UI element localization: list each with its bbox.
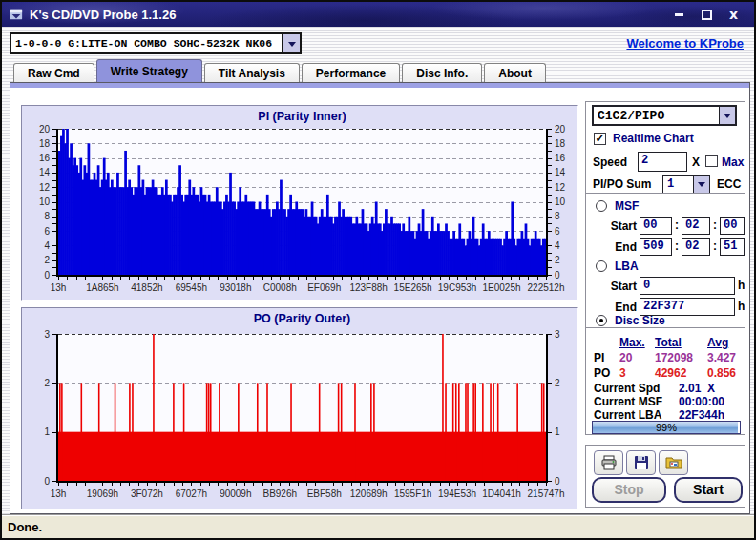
svg-text:2: 2 — [44, 255, 50, 265]
print-button[interactable] — [594, 450, 623, 475]
save-button[interactable] — [626, 450, 656, 475]
svg-text:BB926h: BB926h — [262, 488, 297, 499]
lba-radio[interactable] — [596, 260, 607, 272]
device-select-arrow[interactable] — [282, 34, 300, 52]
tab-performance[interactable]: Performance — [302, 63, 400, 82]
mode-select-value: C1C2/PIPO — [598, 109, 664, 123]
stats-section: Max. Total Avg PI 20 172098 3.427 PO 3 4… — [585, 327, 746, 435]
svg-text:EBF58h: EBF58h — [307, 488, 342, 499]
save-image-button[interactable] — [659, 450, 688, 475]
progress-bar: 99% — [592, 421, 741, 434]
colon: : — [713, 239, 717, 253]
svg-text:2: 2 — [555, 255, 560, 265]
image-folder-icon — [665, 455, 682, 470]
msf-end-sec[interactable]: 02 — [682, 238, 710, 256]
pi-max: 20 — [620, 351, 632, 364]
msf-end-frame[interactable]: 51 — [720, 238, 745, 256]
svg-text:123F88h: 123F88h — [349, 282, 387, 293]
title-bar: K's CD/DVD Probe 1.1.26 x — [2, 2, 754, 27]
minimize-button[interactable] — [674, 8, 685, 21]
svg-text:1E0025h: 1E0025h — [483, 282, 521, 293]
pi-total: 172098 — [655, 351, 693, 364]
minimize-icon — [675, 13, 683, 16]
pipo-sum-value: 1 — [667, 177, 674, 191]
svg-text:0: 0 — [44, 270, 50, 280]
realtime-chart-checkbox[interactable]: ✓ — [594, 133, 606, 145]
svg-text:18: 18 — [555, 138, 566, 149]
chevron-down-icon — [724, 114, 731, 122]
lba-start-input[interactable]: 0 — [640, 277, 735, 295]
svg-text:222512h: 222512h — [528, 282, 565, 293]
pipo-sum-select[interactable]: 1 — [662, 175, 710, 194]
status-text: Done. — [8, 520, 42, 534]
device-select[interactable]: 1-0-0-0 G:LITE-ON COMBO SOHC-5232K NK06 — [10, 32, 302, 54]
msf-radio[interactable] — [596, 200, 607, 212]
colon: : — [713, 218, 717, 232]
tab-bar: Raw Cmd Write Strategy Tilt Analysis Per… — [13, 61, 548, 82]
tab-tilt-analysis[interactable]: Tilt Analysis — [204, 63, 300, 82]
svg-text:18: 18 — [39, 138, 51, 149]
colon: : — [675, 239, 679, 253]
current-lba-value: 22F344h — [679, 408, 724, 422]
po-max: 3 — [620, 366, 626, 380]
svg-text:EF069h: EF069h — [307, 282, 341, 293]
lba-end-label: End — [586, 301, 637, 314]
pipo-sum-label: PI/PO Sum — [593, 177, 651, 191]
lba-start-label: Start — [586, 280, 637, 293]
floppy-icon — [634, 455, 649, 470]
start-button[interactable]: Start — [674, 477, 743, 503]
stats-header-max: Max. — [620, 336, 645, 349]
svg-text:15E265h: 15E265h — [394, 282, 432, 293]
svg-text:8: 8 — [44, 211, 50, 221]
pipo-sum-arrow[interactable] — [693, 176, 709, 193]
svg-text:C0008h: C0008h — [263, 282, 297, 293]
pi-row-label: PI — [594, 351, 604, 364]
pi-avg: 3.427 — [707, 351, 736, 364]
mode-select[interactable]: C1C2/PIPO — [592, 105, 737, 126]
svg-text:16: 16 — [39, 153, 51, 163]
status-bar: Done. — [2, 515, 754, 538]
svg-text:120689h: 120689h — [350, 488, 388, 499]
svg-text:2: 2 — [555, 378, 560, 388]
close-button[interactable]: x — [729, 8, 741, 21]
disc-size-radio[interactable] — [596, 315, 607, 326]
tab-write-strategy[interactable]: Write Strategy — [96, 59, 202, 82]
svg-text:3: 3 — [44, 329, 50, 340]
po-chart-panel: 0011223313h19069h3F072h67027h90009hBB926… — [21, 307, 578, 509]
svg-text:0: 0 — [555, 476, 560, 487]
svg-text:PI (Parity Inner): PI (Parity Inner) — [258, 110, 346, 123]
speed-unit-label: X — [692, 156, 700, 169]
svg-text:1: 1 — [555, 426, 560, 437]
msf-start-sec[interactable]: 02 — [682, 217, 710, 235]
chart-options-section: C1C2/PIPO ✓ Realtime Chart Speed 2 X Max… — [585, 101, 746, 194]
chevron-down-icon — [288, 42, 296, 51]
po-total: 42962 — [655, 366, 686, 380]
svg-text:69545h: 69545h — [176, 282, 207, 293]
pi-chart-panel: 002244668810101212141416161818202013h1A8… — [21, 105, 578, 301]
msf-start-min[interactable]: 00 — [640, 217, 672, 235]
svg-text:PO (Parity Outer): PO (Parity Outer) — [254, 312, 350, 325]
mode-select-arrow[interactable] — [719, 107, 735, 124]
device-select-value: 1-0-0-0 G:LITE-ON COMBO SOHC-5232K NK06 — [15, 37, 272, 50]
svg-text:0: 0 — [555, 270, 560, 280]
svg-text:19069h: 19069h — [87, 488, 118, 499]
msf-end-min[interactable]: 509 — [640, 238, 672, 256]
tab-page-top-strip — [10, 83, 749, 88]
maximize-button[interactable] — [702, 8, 713, 21]
speed-input[interactable]: 2 — [638, 152, 687, 172]
tab-raw-cmd[interactable]: Raw Cmd — [13, 63, 94, 82]
svg-text:8: 8 — [555, 211, 560, 221]
max-checkbox[interactable] — [705, 155, 718, 167]
tab-about[interactable]: About — [484, 63, 546, 82]
welcome-link[interactable]: Welcome to KProbe — [626, 36, 744, 51]
current-msf-label: Current MSF — [594, 395, 662, 408]
po-chart: 0011223313h19069h3F072h67027h90009hBB926… — [22, 308, 578, 509]
svg-text:12: 12 — [555, 182, 566, 193]
tab-disc-info[interactable]: Disc Info. — [402, 63, 482, 82]
stop-button[interactable]: Stop — [592, 477, 666, 503]
speed-label: Speed — [593, 156, 627, 169]
msf-start-frame[interactable]: 00 — [720, 217, 745, 235]
msf-label: MSF — [615, 199, 639, 213]
svg-text:215747h: 215747h — [528, 488, 565, 499]
current-msf-value: 00:00:00 — [679, 395, 724, 408]
